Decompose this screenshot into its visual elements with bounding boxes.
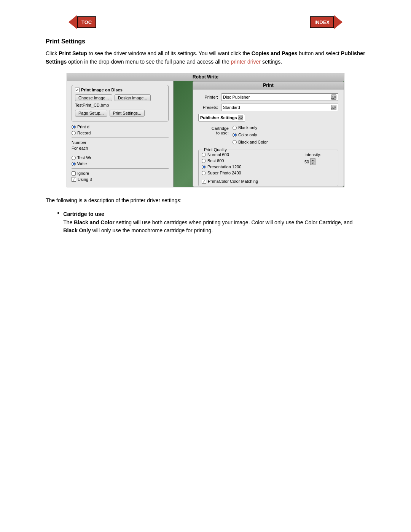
left-panel: ✓ Print Image on Discs Choose image... D… [67, 81, 174, 187]
right-panel: Print Printer: Disc Publisher △▽ [174, 81, 344, 187]
printer-driver-red: printer driver [231, 59, 261, 65]
black-and-color-option: Black and Color [233, 140, 268, 144]
print-quality-title: Print Quality [202, 147, 228, 152]
image-btn-row: Choose image... Design image... [75, 94, 165, 101]
file-name-label: TestPrint_CD.bmp [75, 103, 165, 107]
setup-btn-row: Page Setup... Print Settings... [75, 110, 165, 117]
printer-row: Printer: Disc Publisher △▽ [198, 93, 338, 101]
intensity-label: Intensity: [304, 152, 321, 157]
page-title: Print Settings [46, 38, 365, 45]
normal-600-option: Normal 600 [202, 152, 301, 157]
presets-select-arrow: △▽ [331, 105, 336, 110]
publisher-settings-select[interactable]: Publisher Settings △▽ [198, 114, 245, 121]
cartridge-section: Cartridge to use: Black only [198, 125, 338, 146]
following-text: The following is a description of the pr… [46, 197, 365, 205]
bullet-section: • Cartridge to use The Black and Color s… [57, 210, 365, 235]
print-settings-button[interactable]: Print Settings... [110, 110, 145, 117]
intensity-up[interactable]: ▲ [311, 159, 315, 162]
color-only-radio[interactable] [233, 133, 237, 137]
write-option: Write [72, 161, 169, 166]
index-button[interactable]: INDEX [310, 15, 342, 29]
intro-paragraph: Click Print Setup to see the driver wind… [46, 50, 365, 66]
print-dialog: Print Printer: Disc Publisher △▽ [193, 81, 344, 187]
print-setup-bold: Print Setup [59, 50, 87, 56]
black-and-color-bold: Black and Color [74, 219, 115, 225]
toc-label: TOC [77, 16, 96, 28]
page-setup-button[interactable]: Page Setup... [75, 110, 107, 117]
test-write-radio[interactable] [72, 156, 76, 160]
copies-pages-bold: Copies and Pages [252, 50, 298, 56]
screenshot-container: Robot Write ✓ Print Image on Discs Choos… [67, 73, 344, 187]
presets-select[interactable]: Standard △▽ [221, 104, 338, 111]
bullet-content: Cartridge to use The Black and Color set… [63, 210, 365, 235]
toc-button[interactable]: TOC [68, 15, 96, 29]
black-only-bold: Black Only [63, 227, 91, 233]
index-arrow-right [334, 15, 342, 29]
print-image-checkbox[interactable]: ✓ [75, 88, 80, 92]
publisher-select-arrow: △▽ [238, 115, 243, 120]
cartridge-label-col: Cartridge to use: [198, 125, 229, 146]
using-option: ✓ Using B [72, 177, 169, 182]
best-600-radio[interactable] [202, 159, 206, 163]
black-only-option: Black only [233, 125, 268, 130]
super-photo-2400-option: Super Photo 2400 [202, 171, 301, 175]
color-only-option: Color only [233, 133, 268, 137]
for-each-label: For each [72, 146, 169, 150]
presets-row: Presets: Standard △▽ [198, 104, 338, 111]
printer-select[interactable]: Disc Publisher △▽ [221, 93, 338, 101]
black-only-radio[interactable] [233, 126, 237, 130]
intensity-down[interactable]: ▼ [311, 162, 315, 165]
printer-select-arrow: △▽ [331, 94, 336, 100]
toc-arrow-left [68, 15, 77, 29]
ignore-option: Ignore [72, 171, 169, 176]
intensity-value: 50 ▲ ▼ [304, 158, 315, 165]
publisher-settings-bold: Publisher Settings [46, 50, 365, 65]
normal-600-radio[interactable] [202, 153, 206, 157]
ignore-checkbox[interactable] [72, 171, 76, 176]
prima-color-row: ✓ PrimaColor Color Matching [202, 179, 335, 184]
print-image-label: ✓ Print Image on Discs [75, 88, 165, 92]
cartridge-title: Cartridge to use [63, 211, 104, 217]
super-photo-2400-radio[interactable] [202, 171, 206, 175]
record-radio[interactable] [72, 131, 76, 135]
intensity-spinner[interactable]: ▲ ▼ [310, 158, 315, 165]
number-field: Number [72, 140, 169, 145]
presentation-1200-option: Presentation 1200 [202, 165, 301, 169]
index-label: INDEX [310, 16, 334, 28]
print-dialog-title: Print [193, 81, 344, 89]
presentation-1200-radio[interactable] [202, 165, 206, 169]
publisher-settings-row: Publisher Settings △▽ [198, 114, 338, 121]
quality-content: Normal 600 Best 600 Presentation 1200 [202, 152, 335, 177]
print-image-group: ✓ Print Image on Discs Choose image... D… [72, 85, 169, 121]
design-image-button[interactable]: Design image... [115, 94, 150, 101]
cartridge-options-col: Black only Color only Black and Color [233, 125, 268, 146]
bullet-dot: • [57, 209, 59, 235]
test-write-option: Test Wr [72, 155, 169, 160]
print-dialog-body: Printer: Disc Publisher △▽ Presets: Stan… [193, 89, 344, 187]
quality-options: Normal 600 Best 600 Presentation 1200 [202, 152, 301, 177]
intensity-col: Intensity: 50 ▲ ▼ [304, 152, 335, 177]
record-option: Record [72, 131, 169, 135]
write-radio[interactable] [72, 162, 76, 166]
print-quality-section: Print Quality Normal 600 Best [198, 150, 338, 186]
printer-label: Printer: [198, 95, 218, 99]
robot-write-titlebar: Robot Write [67, 73, 344, 81]
bullet-cartridge-item: • Cartridge to use The Black and Color s… [57, 210, 365, 235]
presets-label: Presets: [198, 105, 218, 110]
choose-image-button[interactable]: Choose image... [75, 94, 112, 101]
print-option: Print d [72, 125, 169, 129]
best-600-option: Best 600 [202, 158, 301, 163]
print-radio[interactable] [72, 125, 76, 129]
using-checkbox[interactable]: ✓ [72, 177, 76, 182]
prima-color-checkbox[interactable]: ✓ [202, 179, 206, 184]
black-and-color-radio[interactable] [233, 140, 237, 144]
